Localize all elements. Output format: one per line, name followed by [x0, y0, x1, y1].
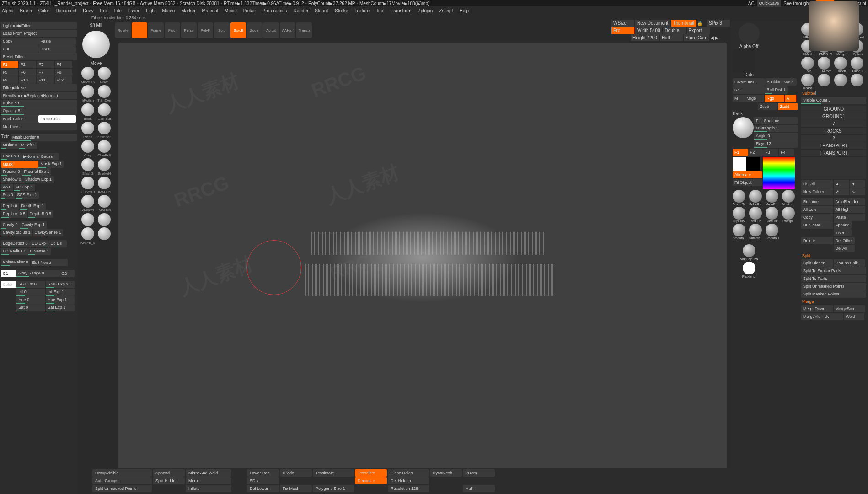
brush-empty[interactable] [80, 213, 96, 226]
menu-tool[interactable]: Tool [376, 8, 384, 13]
viewport-toolbar: RotateFrameFloorPerspPolyFSoloScrollZoom… [114, 21, 731, 39]
menu-marker[interactable]: Marker [181, 8, 195, 13]
color-picker[interactable] [763, 157, 795, 189]
user-avatar-image [809, 1, 859, 51]
tool-transp[interactable]: Transp [296, 22, 312, 38]
subtool-item[interactable]: ROCKS [801, 128, 866, 135]
project-name: ZB4ILL_Render_project [40, 1, 88, 6]
top-status-bar: ZBrush 2020.1.1• ZB4ILL_Render_project• … [0, 0, 868, 6]
menu-alpha[interactable]: Alpha [2, 8, 14, 13]
menu-stencil[interactable]: Stencil [315, 8, 328, 13]
brush-Clay[interactable]: Clay [80, 140, 96, 157]
tool-rotate[interactable]: Rotate [115, 22, 131, 38]
subtool-panel: MRGBZMergedSphere3MergedUMesh_PM3D_CMerg… [799, 21, 868, 494]
viewport-canvas[interactable]: 人人素材 RRCG RRCG 人人素材 人人素材 RRCG [118, 43, 727, 490]
menu-stroke[interactable]: Stroke [335, 8, 348, 13]
brush-DamSta[interactable]: DamSta [96, 103, 112, 121]
subtool-item[interactable]: 2 [801, 135, 866, 142]
render-status: Filters render time:0.384 secs [0, 15, 868, 21]
menu-brush[interactable]: Brush [20, 8, 32, 13]
menu-preferences[interactable]: Preferences [263, 8, 287, 13]
menu-material[interactable]: Material [202, 8, 219, 13]
menu-light[interactable]: Light [146, 8, 156, 13]
subtool-item[interactable]: GROUND [801, 106, 866, 113]
subtool-list[interactable]: GROUNDGROUND17ROCKS2TRANSPORTTRANSPORT [801, 106, 866, 179]
tool-scroll[interactable]: Scroll [230, 22, 246, 38]
menu-texture[interactable]: Texture [354, 8, 370, 13]
up-arrow-icon[interactable]: ▲ [834, 180, 849, 188]
subtool-item[interactable]: TRANSPORT [801, 142, 866, 150]
menu-file[interactable]: File [114, 8, 122, 13]
menu-layer[interactable]: Layer [128, 8, 139, 13]
subtool-item[interactable]: 7 [801, 120, 866, 128]
tool-polyf[interactable]: PolyF [198, 22, 213, 38]
fkey-f5[interactable]: F5 [1, 69, 18, 76]
tool-floor[interactable]: Floor [165, 22, 180, 38]
brush-Inflat[interactable]: Inflat [80, 103, 96, 121]
brush-KNIFE_s[interactable]: KNIFE_s [80, 227, 96, 245]
brush-Pinch[interactable]: Pinch [80, 122, 96, 139]
lightbox-button[interactable]: Lightbox▶Filter [1, 22, 77, 29]
load-project-button[interactable]: Load From Project [1, 30, 77, 37]
menu-help[interactable]: Help [459, 8, 469, 13]
subtool-item[interactable]: TRANSPORT [801, 150, 866, 157]
app-name: ZBrush 2020.1.1 [2, 1, 36, 6]
tool-zoom[interactable]: Zoom [247, 22, 263, 38]
stroke-panel: Alpha OffDots LazyMouseBackfaceMask Roll… [731, 21, 799, 494]
brush-IMM Pri[interactable]: IMM Pri [96, 177, 112, 194]
brush-TrimDyn[interactable]: TrimDyn [96, 85, 112, 102]
menu-zplugin[interactable]: Zplugin [418, 8, 433, 13]
tool-solo[interactable]: Solo [214, 22, 230, 38]
menu-draw[interactable]: Draw [83, 8, 93, 13]
menu-macro[interactable]: Macro [162, 8, 175, 13]
fkey-f10[interactable]: F10 [19, 76, 36, 84]
tool-draw[interactable] [132, 22, 147, 38]
menu-edit[interactable]: Edit [100, 8, 108, 13]
brush-Move To[interactable]: Move To [80, 67, 96, 84]
fkey-f8[interactable]: F8 [55, 69, 72, 76]
tool-actual[interactable]: Actual [263, 22, 279, 38]
menu-picker[interactable]: Picker [243, 8, 256, 13]
brush-empty[interactable] [96, 213, 112, 226]
brush-Slash3[interactable]: Slash3 [80, 158, 96, 176]
menu-zscript[interactable]: Zscript [439, 8, 453, 13]
brush-CurveTu[interactable]: CurveTu [80, 177, 96, 194]
fkey-f11[interactable]: F11 [37, 76, 54, 84]
current-brush-name: Move [91, 61, 102, 66]
brush-ZModel[interactable]: ZModel [80, 195, 96, 212]
fkey-f4[interactable]: F4 [55, 61, 72, 68]
fkey-f3[interactable]: F3 [37, 61, 54, 68]
material-sphere[interactable] [733, 117, 754, 138]
quicksave-button[interactable]: QuickSave [757, 0, 781, 7]
down-arrow-icon[interactable]: ▼ [850, 180, 865, 188]
menu-transform[interactable]: Transform [391, 8, 411, 13]
brush-cursor [246, 240, 301, 295]
brush-Move[interactable]: Move [96, 67, 112, 84]
menu-document[interactable]: Document [56, 8, 77, 13]
fkey-f7[interactable]: F7 [37, 69, 54, 76]
brush-SnakeH[interactable]: SnakeH [96, 158, 112, 176]
fkey-f12[interactable]: F12 [55, 76, 72, 84]
brush-ClayBuil[interactable]: ClayBuil [96, 140, 112, 157]
fkey-f6[interactable]: F6 [19, 69, 36, 76]
menu-movie[interactable]: Movie [225, 8, 237, 13]
tool-aahalf[interactable]: AAHalf [280, 22, 295, 38]
menu-render[interactable]: Render [294, 8, 309, 13]
tool-persp[interactable]: Persp [181, 22, 197, 38]
brush-IMM Mo[interactable]: IMM Mo [96, 195, 112, 212]
brush-hPolish[interactable]: hPolish [80, 85, 96, 102]
brush-empty[interactable] [96, 227, 112, 245]
current-brush-preview[interactable] [82, 31, 110, 58]
brush-palette: 98 Mil Move Move ToMovehPolishTrimDynInf… [78, 21, 114, 494]
prev-cam-icon[interactable]: ◀ [710, 35, 714, 40]
subtool-item[interactable]: GROUND1 [801, 113, 866, 120]
fkey-f1[interactable]: F1 [1, 61, 18, 68]
next-cam-icon[interactable]: ▶ [715, 35, 718, 40]
polycount-label: 98 Mil [90, 23, 102, 28]
brush-Standar[interactable]: Standar [96, 122, 112, 139]
left-filter-panel: Lightbox▶Filter Load From Project CopyPa… [0, 21, 78, 494]
fkey-f9[interactable]: F9 [1, 76, 18, 84]
tool-frame[interactable]: Frame [148, 22, 164, 38]
menu-color[interactable]: Color [38, 8, 49, 13]
fkey-f2[interactable]: F2 [19, 61, 36, 68]
